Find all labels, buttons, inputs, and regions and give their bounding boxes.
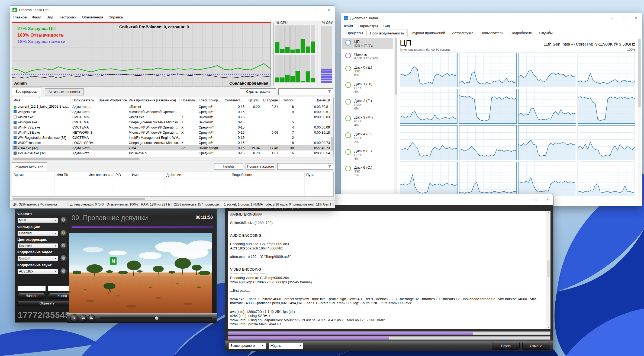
sidebar-item-memory[interactable]: Память6,0/31,9 ГБ (19%) [342,51,393,62]
gear-icon[interactable]: ⚙ [60,217,67,224]
sidebar-item-cpu[interactable]: ЦП32% 4,47 ГГц [342,38,393,49]
pl-menu-item-0[interactable]: Главное [10,15,30,19]
tm-tab-0[interactable]: Процессы [343,29,366,37]
scroll-up-icon[interactable]: ▲ [546,211,550,214]
gear-icon[interactable]: ⚙ [60,230,67,237]
log-col-header-2[interactable]: Имя пользова... [87,172,114,178]
cancel-button[interactable]: Отмена [522,342,550,350]
process-row-5[interactable]: WmiPrvSE.exeNETWORK S...Microsoft® Windo… [12,130,333,135]
process-row-7[interactable]: WUDFHost.exeLOCAL SERV...Операционная си… [12,140,333,145]
close-button[interactable]: × [541,194,553,205]
pl-menu-item-3[interactable]: Настройки [56,15,79,19]
maximize-button[interactable]: □ [529,194,541,205]
stop-button[interactable]: ■ [70,314,78,322]
cut-button[interactable]: Обрезать [17,301,76,306]
trim-start-input[interactable] [17,286,46,291]
tab-active-processes[interactable]: Активные процессы [45,88,84,95]
sidebar-scrollbar[interactable] [394,38,397,202]
gear-icon[interactable]: ⚙ [60,242,67,249]
log-col-header-0[interactable]: Время [12,172,55,178]
task-manager-scrollbar[interactable] [638,39,641,201]
process-row-8[interactable]: x264.exe [32]Администр...x264АрВыше сред… [12,145,333,150]
process-row-9[interactable]: XviD4PSP.exe [32]Администр...XviD4PSP 5С… [12,150,333,156]
col-header-6[interactable]: Соответст... [223,97,246,104]
pl-menu-item-4[interactable]: Обновления [79,15,106,19]
close-button[interactable]: × [323,6,335,14]
tm-tab-4[interactable]: Пользователи [477,29,507,37]
priority-select[interactable]: Выше среднего ▼ [228,342,266,349]
log-scrollbar[interactable]: ▲ ▼ [546,211,550,329]
col-header-9[interactable]: Потоки [280,97,295,104]
log-col-header-6[interactable]: Подробности [230,172,305,178]
col-header-7[interactable]: ЦП (%) [246,97,261,104]
setting-select-1[interactable]: Disabled▼ [17,230,58,236]
log-col-header-1[interactable]: Имя ПК [55,172,87,178]
col-header-2[interactable]: Время ProBalance [97,97,127,104]
actions-log-tab[interactable]: Журнал действий [12,162,47,171]
hide-graph-button[interactable]: Скрыть график [240,88,276,95]
tab-all-processes[interactable]: Все процессы [12,88,41,95]
process-row-6[interactable]: WMIRegistrationService.exe [32]СИСТЕМАIn… [12,135,333,140]
sidebar-item-disk-0[interactable]: Диск 0 (E:)SSD0% [342,64,393,79]
table-scrollbar[interactable] [330,104,333,157]
sidebar-item-disk-5[interactable]: Диск 5 (L:)HDD4% [342,147,393,162]
step-forward-button[interactable]: ▮▶ [88,315,95,322]
seek-slider[interactable] [100,317,212,319]
tm-tab-1[interactable]: Производительность [366,30,408,37]
tm-tab-5[interactable]: Подробности [507,29,536,37]
sidebar-item-disk-2[interactable]: Диск 2 (F:)HDD0% [342,97,393,112]
seek-slider-thumb[interactable] [155,316,159,320]
tm-menu-item-0[interactable]: Файл [341,24,356,28]
sidebar-item-disk-3[interactable]: Диск 3 (M:)HDD4% [342,114,393,129]
sidebar-item-disk-6[interactable]: Диск 6 (C:)SSD1% [342,164,393,179]
close-button[interactable]: × [630,13,642,23]
log-col-header-4[interactable]: Имя [130,172,165,178]
process-row-4[interactable]: WmiPrvSE.exeСИСТЕМАMicrosoft® Windows® O… [12,125,333,130]
scroll-down-icon[interactable]: ▼ [546,326,550,329]
setting-select-4[interactable]: AC3 192k▼ [17,269,58,274]
begin-button[interactable]: Начало [17,293,46,299]
tm-menu-item-2[interactable]: Вид [381,24,392,28]
sidebar-item-disk-4[interactable]: Диск 4 (G:)HDD2% [342,131,393,146]
col-header-4[interactable]: Правила [180,97,197,104]
step-back-button[interactable]: ◀▮ [80,315,87,322]
maximize-button[interactable]: □ [618,13,630,23]
col-header-5[interactable]: Класс приор... [197,97,223,104]
tm-tab-3[interactable]: Автозагрузка [449,29,477,37]
col-header-10[interactable]: Время ЦП [295,97,333,104]
pl-menu-item-1[interactable]: Файл [30,15,44,19]
tm-tab-2[interactable]: Журнал приложений [408,29,449,37]
col-header-8[interactable]: ЦП средн. [261,97,280,104]
pause-button[interactable]: Пауза [492,342,520,350]
pl-menu-item-5[interactable]: Справка [106,15,125,19]
process-row-2[interactable]: wininit.exeСИСТЕМАwininit.exeXВысокий*0-… [12,114,333,120]
log-col-header-7[interactable]: Путь [305,172,333,178]
maximize-button[interactable]: □ [311,6,323,14]
setting-select-3[interactable]: Custom▼ [17,256,58,261]
minimize-button[interactable]: – [606,13,618,23]
log-col-header-3[interactable]: PID [114,172,130,178]
col-header-0[interactable]: Имя [12,97,71,104]
after-encode-select[interactable]: Ждать ▼ [269,342,303,349]
sidebar-item-disk-1[interactable]: Диск 1 (D:)HDD4% [342,81,393,95]
table-hscrollbar[interactable] [12,158,334,161]
gear-icon[interactable]: ⚙ [60,268,67,275]
process-row-3[interactable]: winlogon.exeСИСТЕМАОперационная система … [12,120,333,125]
show-log-button[interactable]: Показать журнал [246,163,275,170]
tm-tab-6[interactable]: Службы [536,29,556,37]
setting-select-0[interactable]: MKV▼ [17,217,58,223]
col-header-1[interactable]: Пользователь [71,97,97,104]
pl-menu-item-2[interactable]: Вид [44,15,56,19]
process-row-1[interactable]: Widgets.exeАдминистр...Microsoft® Window… [12,109,333,114]
minimize-button[interactable]: – [517,194,529,205]
process-filter-input[interactable] [278,88,333,95]
log-hscrollbar[interactable] [12,197,334,200]
setting-select-2[interactable]: Disabled▼ [17,243,58,249]
insights-button[interactable]: Insights [214,163,243,170]
log-filter-input[interactable] [277,163,333,170]
tm-menu-item-1[interactable]: Параметры [356,24,381,28]
log-col-header-5[interactable]: Действие [165,172,230,178]
minimize-button[interactable]: – [299,6,311,14]
col-header-3[interactable]: Имя приложения [заявленное] [127,97,180,104]
process-row-0[interactable]: µutorrent_2.2.1_build_25302 S.ex...Админ… [12,104,333,109]
